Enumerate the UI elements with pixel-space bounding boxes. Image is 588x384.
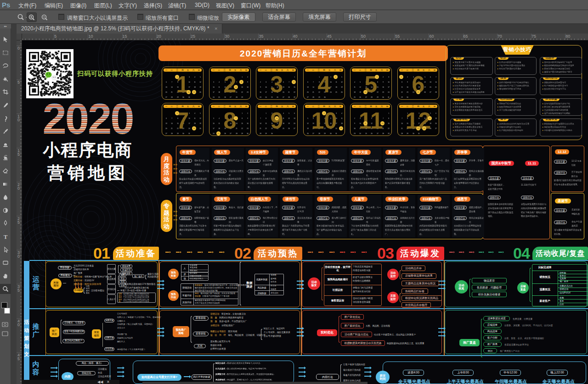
svg-text:T: T <box>4 233 8 240</box>
